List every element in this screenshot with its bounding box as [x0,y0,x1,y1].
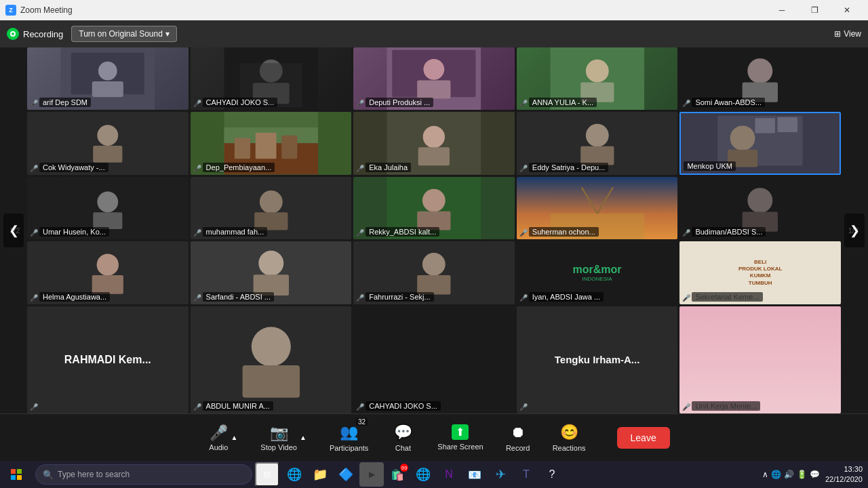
tray-battery[interactable]: 🔋 [797,470,807,479]
participant-name: Eka Julaiha [366,163,411,172]
share-screen-label: Share Screen [437,443,483,451]
svg-rect-69 [11,475,16,480]
taskbar-app-help[interactable]: ? [540,462,564,487]
video-cell-cahyadi1[interactable]: 🎤 CAHYADI JOKO S... [191,47,352,110]
taskbar-app-store[interactable]: 🛍️ 99 [385,462,410,487]
video-cell-suherman[interactable]: 🎤 Suherman ochon... [517,177,678,239]
participants-button[interactable]: 👥 32 Participants [319,424,379,452]
taskbar-app-telegram[interactable]: ✈ [488,462,513,487]
taskbar-app-file-explorer[interactable]: 📁 [308,462,332,487]
prev-page-button[interactable]: ❮ [3,214,24,247]
tray-volume[interactable]: 🔊 [784,470,794,479]
participant-name: CAHYADI JOKO S... [366,401,441,411]
participant-name: CAHYADI JOKO S... [203,98,278,107]
video-cell-muhammad[interactable]: 🎤 muhammad fah... [191,177,352,239]
taskbar-app-mail[interactable]: 📧 [462,462,487,487]
minimize-button[interactable]: ─ [766,0,797,20]
video-cell-deputi[interactable]: 🎤 Deputi Produksi ... [353,47,515,110]
search-icon: 🔍 [43,470,54,480]
record-label: Record [506,444,530,452]
next-page-button[interactable]: ❯ [844,214,865,247]
tray-network[interactable]: 🌐 [771,470,781,479]
reactions-label: Reactions [553,444,586,452]
svg-rect-11 [417,81,450,99]
svg-rect-36 [778,117,797,132]
participant-name: Deputi Produksi ... [366,98,433,107]
zoom-app-icon: Z [5,5,16,16]
video-cell-rahmadi[interactable]: RAHMADI Kem... 🎤 [27,306,189,413]
video-cell-helma[interactable]: 🎤 Helma Agustiawa... [27,241,189,304]
participant-name: Dep_Pembiayaan... [203,163,275,172]
video-cell-cahyadi2[interactable]: 🎤 CAHYADI JOKO S... [353,306,515,413]
video-cell-somi[interactable]: 🎤 Somi Awan-ABDS... [679,47,841,110]
svg-point-13 [586,60,609,83]
stop-video-button[interactable]: 📷 Stop Video ▲ [250,424,319,451]
video-cell-menkop[interactable]: Menkop UKM [679,112,841,174]
reactions-button[interactable]: 😊 Reactions [542,424,597,452]
record-icon: ⏺ [511,424,526,441]
tray-message[interactable]: 💬 [810,470,820,479]
stop-video-label: Stop Video [260,443,297,451]
taskbar-app-chrome[interactable]: 🌐 [411,462,435,487]
video-cell-iyan[interactable]: mor&mor INDONESIA 🎤 Iyan, ABDSI Jawa ... [517,241,678,304]
taskbar-app-teams[interactable]: T [514,462,538,487]
system-clock[interactable]: 13:30 22/12/2020 [825,464,863,485]
search-bar[interactable]: 🔍 [35,464,252,485]
audio-icon: 🎤 [210,424,228,442]
svg-rect-67 [11,469,16,474]
audio-button[interactable]: 🎤 Audio ▲ [198,424,250,451]
tray-chevron[interactable]: ∧ [762,470,768,479]
svg-rect-68 [17,469,22,474]
close-button[interactable]: ✕ [831,0,863,20]
window-title: Zoom Meeting [20,5,73,15]
participant-name: Sekretariat Keme... [692,292,762,302]
share-screen-button[interactable]: ⬆ Share Screen [427,424,494,451]
start-button[interactable] [0,461,33,488]
video-cell-rekky[interactable]: 🎤 Rekky_ABDSI kalt... [353,177,515,239]
svg-point-59 [258,251,283,276]
svg-point-56 [97,254,119,276]
view-icon: ⊞ [834,29,841,39]
chat-icon: 💬 [394,424,412,441]
taskbar-app-onenote[interactable]: N [437,462,461,487]
video-cell-eddy[interactable]: 🎤 Eddy Satriya - Depu... [517,112,678,174]
video-cell-sekretariat[interactable]: BELIPRODUK LOKALKUMKMTUMBUH 🎤 Sekretaria… [679,241,841,304]
taskbar-app-terminal[interactable]: ▶ [359,462,384,487]
participant-name: Unit Kerja Mente... [692,401,760,411]
task-view-button[interactable]: ⊟ [255,462,279,487]
participant-name: Fahrurrazi - Sekj... [366,292,433,302]
taskbar-app-vscode[interactable]: 🔷 [334,462,358,487]
audio-chevron[interactable]: ▲ [229,434,239,441]
video-chevron[interactable]: ▲ [298,434,308,441]
svg-rect-24 [234,138,250,159]
video-cell-unit-kerja[interactable]: 🎤 Unit Kerja Mente... [679,306,841,413]
chat-button[interactable]: 💬 Chat [379,424,427,452]
video-cell-sarfandi[interactable]: 🎤 Sarfandi - ABDSI ... [191,241,352,304]
zoom-toolbar: Recording Turn on Original Sound ▾ ⊞ Vie… [0,20,868,47]
view-button[interactable]: ⊞ View [834,29,861,39]
video-cell-fahrurrazi[interactable]: 🎤 Fahrurrazi - Sekj... [353,241,515,304]
video-cell-cok[interactable]: 🎤 Cok Widyawaty -... [27,112,189,174]
svg-point-31 [586,124,609,147]
video-cell-munir[interactable]: 🎤 ABDUL MUNIR A... [191,306,352,413]
video-cell-arif[interactable]: 🎤 arif Dep SDM [27,47,189,110]
video-cell-tengku[interactable]: Tengku Irham-A... 🎤 [517,306,678,413]
svg-rect-25 [255,133,276,159]
taskbar-app-edge[interactable]: 🌐 [282,462,307,487]
participant-name: Umar Husein, Ko... [39,227,109,237]
video-cell-anna[interactable]: 🎤 ANNA YULIA - K... [517,47,678,110]
maximize-button[interactable]: ❐ [799,0,830,20]
video-cell-budiman[interactable]: 🎤 Budiman/ABDSI S... [679,177,841,239]
search-input[interactable] [58,470,245,479]
original-sound-button[interactable]: Turn on Original Sound ▾ [71,26,177,42]
taskbar-right: ∧ 🌐 🔊 🔋 💬 13:30 22/12/2020 [762,464,868,485]
svg-point-37 [730,126,755,151]
video-cell-eka[interactable]: 🎤 Eka Julaiha [353,112,515,174]
leave-button[interactable]: Leave [617,427,670,449]
video-cell-dep-pembiayaan[interactable]: 🎤 Dep_Pembiayaan... [191,112,352,174]
video-cell-umar[interactable]: 🎤 Umar Husein, Ko... [27,177,189,239]
participant-name: Cok Widyawaty -... [39,163,108,172]
record-button[interactable]: ⏺ Record [494,424,542,452]
svg-point-40 [97,191,118,212]
participants-label: Participants [330,444,368,452]
